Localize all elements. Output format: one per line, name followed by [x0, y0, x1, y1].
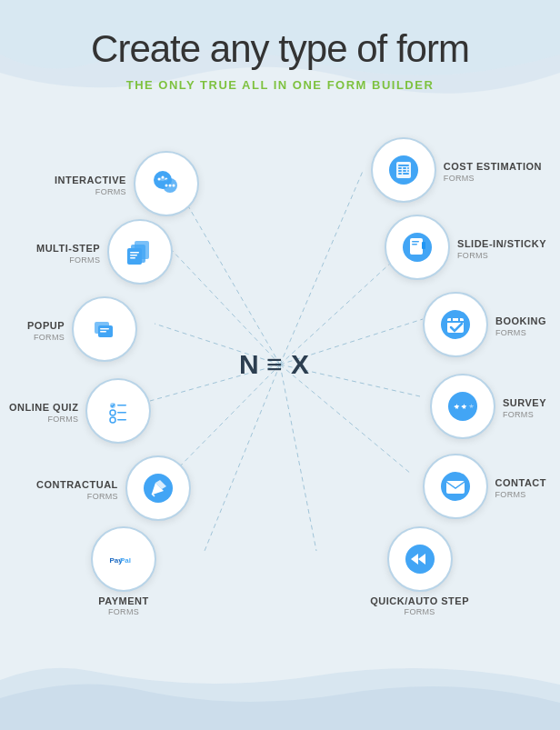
label-multi-step: MULTI-STEP FORMS [36, 243, 100, 264]
svg-point-21 [168, 185, 171, 187]
svg-rect-69 [446, 481, 465, 494]
node-quick-auto: QUICK/AUTO STEP FORMS [370, 526, 469, 616]
label-contractual: CONTRACTUAL FORMS [36, 479, 118, 500]
svg-line-10 [205, 365, 280, 551]
svg-line-1 [280, 169, 364, 365]
background: Create any type of form THE ONLY TRUE AL… [0, 0, 560, 730]
svg-rect-48 [100, 331, 106, 333]
svg-text:X: X [291, 349, 309, 379]
svg-rect-29 [398, 170, 402, 172]
svg-rect-55 [117, 405, 126, 406]
icon-popup [72, 296, 137, 362]
svg-text:Pal: Pal [120, 556, 131, 565]
label-cost-estimation: COST ESTIMATION FORMS [444, 161, 542, 182]
svg-rect-38 [130, 255, 137, 256]
icon-contractual [125, 455, 191, 521]
svg-rect-57 [117, 412, 126, 414]
diagram-area: N ≡ X [0, 101, 560, 628]
svg-rect-33 [403, 173, 409, 175]
svg-rect-42 [412, 241, 419, 243]
svg-line-11 [280, 365, 316, 551]
svg-point-17 [161, 176, 164, 179]
node-slide-in: SLIDE-IN/STICKY FORMS [385, 215, 546, 280]
svg-rect-47 [100, 328, 109, 330]
node-contact: CONTACT FORMS [423, 454, 546, 519]
label-survey: SURVEY FORMS [503, 397, 546, 418]
label-payment: PAYMENT FORMS [98, 595, 148, 616]
svg-text:≡: ≡ [266, 349, 283, 379]
main-content: Create any type of form THE ONLY TRUE AL… [0, 0, 560, 628]
node-survey: SURVEY FORMS [430, 374, 546, 439]
icon-quick-auto [387, 526, 453, 592]
svg-rect-36 [127, 248, 142, 265]
center-logo: N ≡ X [235, 345, 325, 385]
svg-point-56 [110, 410, 115, 415]
svg-rect-51 [447, 321, 464, 323]
svg-text:N: N [239, 349, 260, 379]
label-popup: POPUP FORMS [27, 320, 65, 341]
icon-multi-step [107, 219, 173, 285]
node-popup: POPUP FORMS [27, 296, 137, 362]
label-interactive: INTERACTIVE FORMS [55, 175, 126, 195]
svg-rect-59 [117, 419, 126, 421]
svg-point-16 [157, 178, 160, 181]
svg-point-22 [172, 185, 175, 187]
label-quick-auto: QUICK/AUTO STEP FORMS [370, 595, 469, 616]
node-multi-step: MULTI-STEP FORMS [36, 219, 173, 285]
node-booking: BOOKING FORMS [423, 292, 546, 357]
node-cost-estimation: COST ESTIMATION FORMS [371, 137, 542, 203]
icon-survey [430, 374, 495, 439]
label-booking: BOOKING FORMS [495, 315, 546, 336]
label-contact: CONTACT FORMS [495, 477, 546, 498]
svg-rect-44 [422, 242, 425, 249]
node-contractual: CONTRACTUAL FORMS [36, 455, 191, 521]
node-online-quiz: ONLINE QUIZ FORMS [9, 378, 151, 444]
svg-rect-25 [398, 165, 409, 166]
svg-point-20 [165, 185, 167, 187]
label-online-quiz: ONLINE QUIZ FORMS [9, 402, 78, 423]
node-payment: Pay Pal PAYMENT FORMS [91, 526, 156, 616]
label-slide-in: SLIDE-IN/STICKY FORMS [457, 238, 546, 259]
icon-cost-estimation [371, 137, 436, 203]
icon-booking [423, 292, 488, 357]
svg-rect-27 [403, 167, 406, 169]
icon-slide-in [385, 215, 450, 280]
icon-online-quiz [85, 378, 151, 444]
svg-rect-39 [130, 257, 135, 259]
svg-rect-30 [403, 170, 406, 172]
nex-logo-svg: N ≡ X [235, 345, 325, 381]
wave-bottom [0, 657, 560, 730]
node-interactive: INTERACTIVE FORMS [55, 151, 199, 216]
svg-rect-37 [130, 252, 139, 254]
svg-rect-26 [398, 167, 402, 169]
icon-interactive [134, 151, 199, 216]
svg-rect-28 [407, 167, 409, 169]
svg-rect-41 [410, 238, 423, 255]
subtitle: THE ONLY TRUE ALL IN ONE FORM BUILDER [126, 78, 435, 92]
icon-payment: Pay Pal [91, 526, 156, 592]
svg-rect-31 [407, 170, 409, 172]
icon-contact [423, 454, 488, 519]
svg-rect-32 [398, 173, 402, 175]
svg-rect-43 [412, 244, 417, 245]
svg-point-58 [110, 417, 115, 423]
main-title: Create any type of form [91, 27, 469, 71]
